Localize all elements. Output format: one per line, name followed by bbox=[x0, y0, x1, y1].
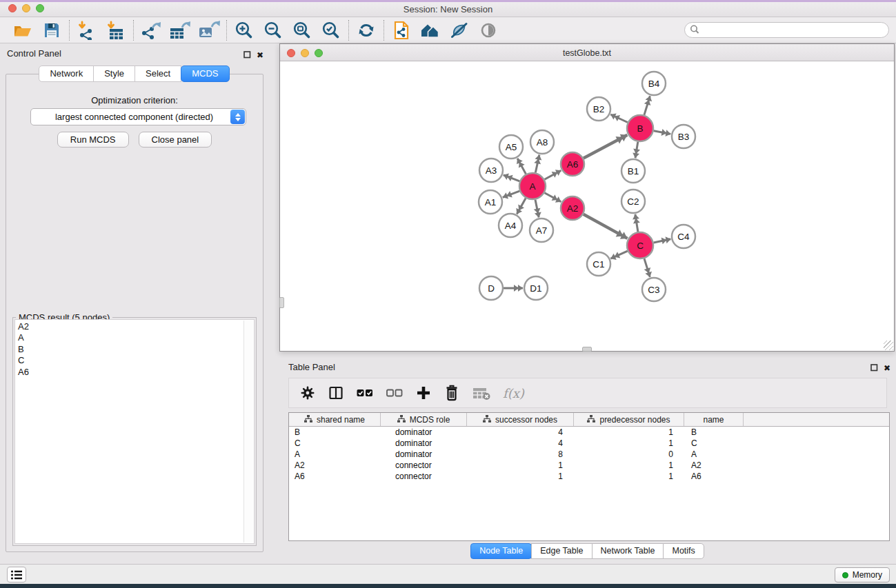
edge-A-A5[interactable] bbox=[517, 159, 526, 174]
graph-node-D1[interactable]: D1 bbox=[524, 276, 548, 300]
tab-edge-table[interactable]: Edge Table bbox=[531, 543, 592, 559]
table-cell[interactable]: B bbox=[289, 427, 381, 437]
edge-C-C1[interactable] bbox=[610, 251, 628, 258]
table-row[interactable]: Bdominator41B bbox=[289, 427, 889, 438]
vertical-scroll-thumb[interactable] bbox=[279, 297, 284, 308]
table-cell[interactable]: dominator bbox=[381, 427, 467, 437]
table-cell[interactable]: A6 bbox=[684, 472, 744, 481]
table-cell[interactable]: connector bbox=[381, 472, 467, 481]
table-row[interactable]: A6connector11A6 bbox=[289, 471, 889, 482]
horizontal-scroll-thumb[interactable] bbox=[582, 347, 592, 352]
graph-node-A2[interactable]: A2 bbox=[561, 196, 584, 220]
graph-node-B4[interactable]: B4 bbox=[642, 72, 666, 95]
run-mcds-button[interactable]: Run MCDS bbox=[57, 132, 129, 148]
import-network-icon[interactable] bbox=[72, 19, 101, 42]
graph-node-C1[interactable]: C1 bbox=[587, 252, 610, 276]
save-icon[interactable] bbox=[37, 19, 66, 42]
table-cell[interactable]: 1 bbox=[467, 460, 574, 470]
edge-A-A3[interactable] bbox=[504, 175, 520, 181]
network-from-selection-icon[interactable] bbox=[387, 19, 416, 42]
select-all-icon[interactable] bbox=[356, 383, 374, 403]
close-panel-button[interactable]: Close panel bbox=[139, 132, 212, 148]
criterion-dropdown[interactable]: largest connected component (directed) bbox=[30, 108, 246, 125]
edge-A-A1[interactable] bbox=[503, 191, 520, 197]
table-cell[interactable]: 8 bbox=[467, 449, 574, 459]
table-row[interactable]: Adominator80A bbox=[289, 449, 889, 460]
table-cell[interactable]: 1 bbox=[574, 438, 684, 448]
graph-node-B2[interactable]: B2 bbox=[587, 97, 610, 121]
export-image-icon[interactable] bbox=[195, 19, 223, 42]
network-graph[interactable]: A A1 A2 A3 A4 A5 A6 A7 A8 B B1 B2 B3 B4 … bbox=[280, 61, 894, 351]
search-box[interactable] bbox=[684, 22, 889, 38]
tab-motifs[interactable]: Motifs bbox=[663, 543, 704, 559]
deselect-all-icon[interactable] bbox=[386, 383, 404, 403]
table-cell[interactable]: dominator bbox=[381, 438, 467, 448]
edge-A-A6[interactable] bbox=[545, 170, 561, 179]
mcds-result-item[interactable]: B bbox=[15, 343, 254, 354]
table-cell[interactable]: 1 bbox=[574, 472, 684, 481]
graph-node-A8[interactable]: A8 bbox=[530, 130, 554, 154]
export-table-icon[interactable] bbox=[166, 19, 195, 42]
edge-B-B1[interactable] bbox=[635, 142, 638, 159]
tab-select[interactable]: Select bbox=[135, 65, 181, 82]
close-panel-icon[interactable]: ✖ bbox=[257, 52, 263, 59]
graph-node-A5[interactable]: A5 bbox=[499, 135, 523, 159]
graph-node-D[interactable]: D bbox=[479, 276, 503, 300]
table-cell[interactable]: 0 bbox=[574, 449, 684, 459]
edge-C-C2[interactable] bbox=[635, 214, 638, 232]
table-cell[interactable]: C bbox=[289, 438, 381, 448]
mcds-result-list[interactable]: A2ABCA6 bbox=[14, 319, 255, 544]
graph-node-B1[interactable]: B1 bbox=[621, 159, 645, 183]
graph-node-A1[interactable]: A1 bbox=[479, 190, 502, 214]
edge-A-A2[interactable] bbox=[545, 193, 561, 202]
mcds-result-item[interactable]: C bbox=[15, 354, 254, 366]
table-row[interactable]: Cdominator41C bbox=[289, 438, 889, 449]
table-cell[interactable]: dominator bbox=[381, 449, 467, 459]
zoom-fit-icon[interactable] bbox=[288, 19, 317, 42]
edge-B-B2[interactable] bbox=[610, 114, 628, 123]
export-network-icon[interactable] bbox=[137, 19, 166, 42]
table-row[interactable]: A2connector11A2 bbox=[289, 460, 889, 471]
graph-node-A3[interactable]: A3 bbox=[479, 159, 503, 182]
tab-network[interactable]: Network bbox=[39, 65, 94, 82]
float-panel-icon[interactable] bbox=[243, 49, 251, 61]
resize-grip[interactable] bbox=[884, 341, 893, 350]
graph-node-A7[interactable]: A7 bbox=[530, 219, 553, 242]
tab-network-table[interactable]: Network Table bbox=[592, 543, 664, 559]
table-cell[interactable]: A2 bbox=[289, 460, 381, 470]
graph-node-C3[interactable]: C3 bbox=[642, 278, 666, 301]
table-cell[interactable]: A bbox=[289, 449, 381, 459]
search-input[interactable] bbox=[699, 24, 888, 37]
column-header-successor-nodes[interactable]: successor nodes bbox=[467, 413, 574, 426]
edge-C-C4[interactable] bbox=[654, 239, 671, 243]
graph-node-A6[interactable]: A6 bbox=[561, 152, 584, 176]
table-cell[interactable]: A bbox=[684, 449, 744, 459]
graph-node-C2[interactable]: C2 bbox=[621, 190, 645, 213]
eye-icon[interactable] bbox=[474, 19, 503, 42]
float-table-panel-icon[interactable] bbox=[870, 362, 878, 374]
table-cell[interactable]: B bbox=[684, 427, 744, 437]
tab-node-table[interactable]: Node Table bbox=[470, 543, 532, 559]
table-cell[interactable]: 1 bbox=[574, 460, 684, 470]
edge-C-C3[interactable] bbox=[644, 258, 650, 277]
home-icon[interactable] bbox=[416, 19, 445, 42]
column-header-shared-name[interactable]: shared name bbox=[289, 413, 381, 426]
table-cell[interactable]: 4 bbox=[467, 438, 574, 448]
columns-icon[interactable] bbox=[328, 383, 344, 403]
mcds-result-item[interactable]: A bbox=[15, 332, 254, 343]
graph-node-B3[interactable]: B3 bbox=[672, 125, 695, 148]
memory-button[interactable]: Memory bbox=[835, 567, 890, 582]
table-cell[interactable]: A6 bbox=[289, 472, 381, 481]
tab-style[interactable]: Style bbox=[93, 65, 135, 82]
table-cell[interactable]: connector bbox=[381, 460, 467, 470]
network-window-titlebar[interactable]: testGlobe.txt bbox=[280, 44, 894, 61]
refresh-icon[interactable] bbox=[352, 19, 381, 42]
import-table-icon[interactable] bbox=[101, 19, 130, 42]
task-history-button[interactable] bbox=[7, 567, 26, 582]
edge-A-A7[interactable] bbox=[535, 200, 539, 218]
graph-node-C[interactable]: C bbox=[627, 232, 653, 258]
add-icon[interactable] bbox=[415, 383, 432, 403]
table-cell[interactable]: C bbox=[684, 438, 744, 448]
zoom-in-icon[interactable] bbox=[230, 19, 259, 42]
table-cell[interactable]: A2 bbox=[684, 460, 744, 470]
